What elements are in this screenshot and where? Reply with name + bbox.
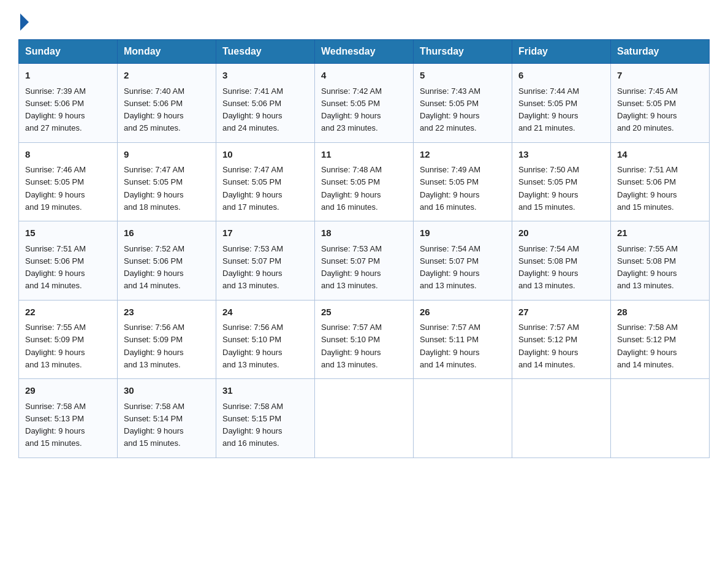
- calendar-cell: 28 Sunrise: 7:58 AMSunset: 5:12 PMDaylig…: [611, 300, 710, 379]
- day-number: 16: [124, 226, 210, 240]
- day-info: Sunrise: 7:58 AMSunset: 5:15 PMDaylight:…: [222, 402, 283, 448]
- day-info: Sunrise: 7:57 AMSunset: 5:11 PMDaylight:…: [420, 323, 480, 369]
- day-number: 23: [124, 305, 210, 320]
- calendar-cell: 11 Sunrise: 7:48 AMSunset: 5:05 PMDaylig…: [315, 142, 414, 221]
- calendar-header-friday: Friday: [512, 40, 611, 64]
- calendar-header-saturday: Saturday: [611, 40, 710, 64]
- day-info: Sunrise: 7:54 AMSunset: 5:07 PMDaylight:…: [420, 244, 480, 291]
- day-info: Sunrise: 7:55 AMSunset: 5:09 PMDaylight:…: [25, 323, 86, 369]
- day-number: 5: [420, 69, 506, 83]
- calendar-cell: 24 Sunrise: 7:56 AMSunset: 5:10 PMDaylig…: [216, 300, 315, 379]
- calendar-cell: 22 Sunrise: 7:55 AMSunset: 5:09 PMDaylig…: [19, 300, 118, 379]
- day-number: 26: [420, 305, 506, 320]
- day-info: Sunrise: 7:58 AMSunset: 5:14 PMDaylight:…: [124, 402, 184, 448]
- page-header: [18, 12, 710, 28]
- calendar-cell: 17 Sunrise: 7:53 AMSunset: 5:07 PMDaylig…: [216, 221, 315, 301]
- calendar-cell: [512, 379, 611, 458]
- day-info: Sunrise: 7:58 AMSunset: 5:13 PMDaylight:…: [25, 402, 86, 448]
- day-number: 20: [518, 226, 604, 240]
- calendar-header-tuesday: Tuesday: [216, 40, 315, 64]
- calendar-cell: 27 Sunrise: 7:57 AMSunset: 5:12 PMDaylig…: [512, 300, 611, 379]
- day-info: Sunrise: 7:51 AMSunset: 5:06 PMDaylight:…: [617, 165, 678, 212]
- calendar-cell: 31 Sunrise: 7:58 AMSunset: 5:15 PMDaylig…: [216, 379, 315, 458]
- day-number: 14: [617, 148, 703, 162]
- calendar-cell: 20 Sunrise: 7:54 AMSunset: 5:08 PMDaylig…: [512, 221, 611, 301]
- day-info: Sunrise: 7:56 AMSunset: 5:10 PMDaylight:…: [222, 323, 283, 369]
- day-number: 19: [420, 226, 506, 240]
- calendar-header-wednesday: Wednesday: [315, 40, 414, 64]
- day-number: 8: [25, 148, 111, 162]
- calendar-cell: 5 Sunrise: 7:43 AMSunset: 5:05 PMDayligh…: [414, 64, 512, 143]
- calendar-cell: 23 Sunrise: 7:56 AMSunset: 5:09 PMDaylig…: [118, 300, 216, 379]
- calendar-cell: 14 Sunrise: 7:51 AMSunset: 5:06 PMDaylig…: [611, 142, 710, 221]
- day-number: 25: [321, 305, 407, 320]
- day-number: 4: [321, 69, 407, 83]
- calendar-cell: 1 Sunrise: 7:39 AMSunset: 5:06 PMDayligh…: [19, 64, 118, 143]
- calendar-cell: 15 Sunrise: 7:51 AMSunset: 5:06 PMDaylig…: [19, 221, 118, 301]
- day-info: Sunrise: 7:45 AMSunset: 5:05 PMDaylight:…: [617, 86, 678, 133]
- day-number: 21: [617, 226, 703, 240]
- calendar-cell: 30 Sunrise: 7:58 AMSunset: 5:14 PMDaylig…: [118, 379, 216, 458]
- calendar-header-sunday: Sunday: [19, 40, 118, 64]
- day-number: 10: [222, 148, 308, 162]
- day-info: Sunrise: 7:52 AMSunset: 5:06 PMDaylight:…: [124, 244, 184, 291]
- day-info: Sunrise: 7:39 AMSunset: 5:06 PMDaylight:…: [25, 86, 86, 133]
- day-number: 30: [124, 384, 210, 398]
- day-number: 15: [25, 226, 111, 240]
- calendar-cell: 16 Sunrise: 7:52 AMSunset: 5:06 PMDaylig…: [118, 221, 216, 301]
- day-info: Sunrise: 7:57 AMSunset: 5:12 PMDaylight:…: [518, 323, 579, 369]
- calendar-header-monday: Monday: [118, 40, 216, 64]
- calendar-week-row: 29 Sunrise: 7:58 AMSunset: 5:13 PMDaylig…: [19, 379, 710, 458]
- calendar-week-row: 15 Sunrise: 7:51 AMSunset: 5:06 PMDaylig…: [19, 221, 710, 301]
- day-info: Sunrise: 7:57 AMSunset: 5:10 PMDaylight:…: [321, 323, 382, 369]
- day-info: Sunrise: 7:49 AMSunset: 5:05 PMDaylight:…: [420, 165, 480, 212]
- calendar-week-row: 1 Sunrise: 7:39 AMSunset: 5:06 PMDayligh…: [19, 64, 710, 143]
- day-info: Sunrise: 7:42 AMSunset: 5:05 PMDaylight:…: [321, 86, 382, 133]
- day-number: 24: [222, 305, 308, 320]
- calendar-cell: [611, 379, 710, 458]
- logo-arrow-icon: [20, 13, 29, 31]
- day-info: Sunrise: 7:41 AMSunset: 5:06 PMDaylight:…: [222, 86, 283, 133]
- day-number: 27: [518, 305, 604, 320]
- day-info: Sunrise: 7:46 AMSunset: 5:05 PMDaylight:…: [25, 165, 86, 212]
- logo: [18, 12, 29, 28]
- day-info: Sunrise: 7:51 AMSunset: 5:06 PMDaylight:…: [25, 244, 86, 291]
- calendar-cell: 18 Sunrise: 7:53 AMSunset: 5:07 PMDaylig…: [315, 221, 414, 301]
- calendar-week-row: 8 Sunrise: 7:46 AMSunset: 5:05 PMDayligh…: [19, 142, 710, 221]
- day-number: 18: [321, 226, 407, 240]
- calendar-cell: 6 Sunrise: 7:44 AMSunset: 5:05 PMDayligh…: [512, 64, 611, 143]
- day-number: 28: [617, 305, 703, 320]
- calendar-cell: 29 Sunrise: 7:58 AMSunset: 5:13 PMDaylig…: [19, 379, 118, 458]
- calendar-header-row: SundayMondayTuesdayWednesdayThursdayFrid…: [19, 40, 710, 64]
- day-info: Sunrise: 7:56 AMSunset: 5:09 PMDaylight:…: [124, 323, 184, 369]
- calendar-cell: 21 Sunrise: 7:55 AMSunset: 5:08 PMDaylig…: [611, 221, 710, 301]
- calendar-cell: 13 Sunrise: 7:50 AMSunset: 5:05 PMDaylig…: [512, 142, 611, 221]
- calendar-cell: [315, 379, 414, 458]
- day-number: 29: [25, 384, 111, 398]
- calendar-cell: 8 Sunrise: 7:46 AMSunset: 5:05 PMDayligh…: [19, 142, 118, 221]
- day-info: Sunrise: 7:43 AMSunset: 5:05 PMDaylight:…: [420, 86, 480, 133]
- day-info: Sunrise: 7:54 AMSunset: 5:08 PMDaylight:…: [518, 244, 579, 291]
- calendar-cell: 25 Sunrise: 7:57 AMSunset: 5:10 PMDaylig…: [315, 300, 414, 379]
- day-info: Sunrise: 7:55 AMSunset: 5:08 PMDaylight:…: [617, 244, 678, 291]
- calendar-cell: 4 Sunrise: 7:42 AMSunset: 5:05 PMDayligh…: [315, 64, 414, 143]
- calendar-cell: [414, 379, 512, 458]
- day-info: Sunrise: 7:48 AMSunset: 5:05 PMDaylight:…: [321, 165, 382, 212]
- calendar-cell: 9 Sunrise: 7:47 AMSunset: 5:05 PMDayligh…: [118, 142, 216, 221]
- day-number: 22: [25, 305, 111, 320]
- day-number: 6: [518, 69, 604, 83]
- day-number: 3: [222, 69, 308, 83]
- day-info: Sunrise: 7:53 AMSunset: 5:07 PMDaylight:…: [222, 244, 283, 291]
- calendar-header-thursday: Thursday: [414, 40, 512, 64]
- calendar-cell: 26 Sunrise: 7:57 AMSunset: 5:11 PMDaylig…: [414, 300, 512, 379]
- day-number: 2: [124, 69, 210, 83]
- day-info: Sunrise: 7:50 AMSunset: 5:05 PMDaylight:…: [518, 165, 579, 212]
- day-number: 13: [518, 148, 604, 162]
- day-info: Sunrise: 7:40 AMSunset: 5:06 PMDaylight:…: [124, 86, 184, 133]
- day-number: 17: [222, 226, 308, 240]
- day-info: Sunrise: 7:58 AMSunset: 5:12 PMDaylight:…: [617, 323, 678, 369]
- day-info: Sunrise: 7:47 AMSunset: 5:05 PMDaylight:…: [124, 165, 184, 212]
- day-number: 1: [25, 69, 111, 83]
- calendar-table: SundayMondayTuesdayWednesdayThursdayFrid…: [18, 39, 710, 458]
- day-number: 31: [222, 384, 308, 398]
